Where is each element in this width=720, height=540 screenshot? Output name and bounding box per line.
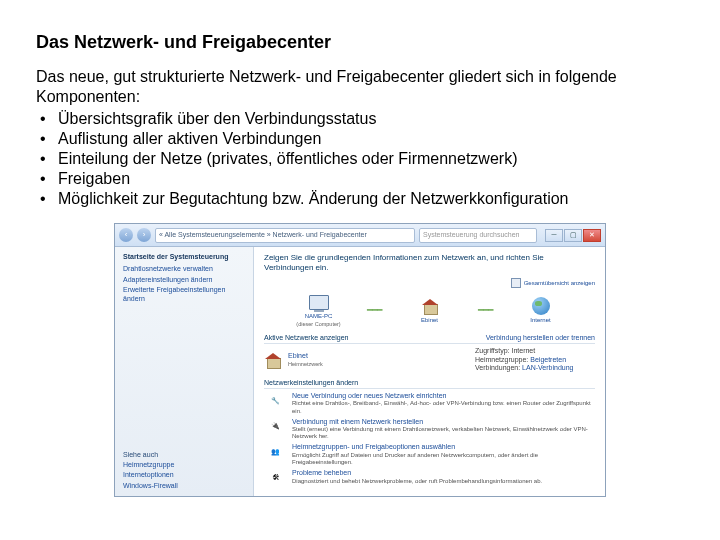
- search-input[interactable]: Systemsteuerung durchsuchen: [419, 228, 537, 243]
- connections-label: Verbindungen:: [475, 364, 520, 371]
- homegroup-label: Heimnetzgruppe:: [475, 356, 528, 363]
- map-icon: [511, 278, 521, 288]
- active-networks-header: Aktive Netzwerke anzeigenVerbindung hers…: [264, 334, 595, 344]
- network-map: NAME-PC (dieser Computer) ━━━ Ebinet ━━━…: [264, 292, 595, 328]
- pc-name: NAME-PC: [305, 313, 333, 320]
- main-content: Zeigen Sie die grundlegenden Information…: [254, 247, 605, 496]
- see-also-link[interactable]: Windows-Firewall: [123, 482, 245, 490]
- see-also-link[interactable]: Heimnetzgruppe: [123, 461, 245, 469]
- homegroup-icon: 👥: [264, 443, 286, 461]
- access-label: Zugriffstyp:: [475, 347, 510, 354]
- active-net-type: Heimnetzwerk: [288, 361, 469, 368]
- sidebar: Startseite der Systemsteuerung Drahtlosn…: [115, 247, 254, 496]
- setup-icon: 🔧: [264, 392, 286, 410]
- bullet-item: Übersichtsgrafik über den Verbindungssta…: [36, 109, 684, 129]
- globe-icon: [532, 297, 550, 315]
- cfg-link[interactable]: Probleme beheben: [292, 469, 351, 476]
- cfg-desc: Stellt (erneut) eine Verbindung mit eine…: [292, 426, 595, 440]
- back-button[interactable]: ‹: [119, 228, 133, 242]
- cfg-link[interactable]: Neue Verbindung oder neues Netzwerk einr…: [292, 392, 447, 399]
- cfg-link[interactable]: Verbindung mit einem Netzwerk herstellen: [292, 418, 423, 425]
- access-value: Internet: [511, 347, 535, 354]
- troubleshoot-icon: 🛠: [264, 469, 286, 487]
- bullet-item: Möglichkeit zur Begutachtung bzw. Änderu…: [36, 189, 684, 209]
- cfg-desc: Ermöglicht Zugriff auf Dateien und Druck…: [292, 452, 595, 466]
- computer-icon: [309, 295, 329, 310]
- sidebar-link[interactable]: Drahtlosnetzwerke verwalten: [123, 265, 245, 273]
- sidebar-header: Startseite der Systemsteuerung: [123, 253, 245, 261]
- page-heading: Das Netzwerk- und Freigabecenter: [36, 32, 684, 53]
- link-line: ━━━: [367, 305, 382, 316]
- intro-text: Das neue, gut strukturierte Netzwerk- un…: [36, 67, 684, 107]
- homegroup-link[interactable]: Beigetreten: [530, 356, 566, 363]
- max-button[interactable]: ▢: [564, 229, 582, 242]
- connect-link[interactable]: Verbindung herstellen oder trennen: [486, 334, 595, 342]
- cfg-link[interactable]: Heimnetzgruppen- und Freigabeoptionen au…: [292, 443, 455, 450]
- active-net-name[interactable]: Ebinet: [288, 352, 469, 360]
- bullet-item: Freigaben: [36, 169, 684, 189]
- screenshot-window: ‹ › « Alle Systemsteuerungselemente » Ne…: [114, 223, 606, 497]
- forward-button[interactable]: ›: [137, 228, 151, 242]
- window-titlebar: ‹ › « Alle Systemsteuerungselemente » Ne…: [115, 224, 605, 247]
- connect-icon: 🔌: [264, 418, 286, 436]
- map-link[interactable]: Gesamtübersicht anzeigen: [524, 280, 595, 286]
- bullet-list: Übersichtsgrafik über den Verbindungssta…: [36, 109, 684, 209]
- close-button[interactable]: ✕: [583, 229, 601, 242]
- sidebar-link[interactable]: Adaptereinstellungen ändern: [123, 276, 245, 284]
- connection-link[interactable]: LAN-Verbindung: [522, 364, 573, 371]
- link-line: ━━━: [478, 305, 493, 316]
- sidebar-link[interactable]: Erweiterte Freigabeeinstellungen ändern: [123, 286, 245, 303]
- change-settings-header: Netzwerkeinstellungen ändern: [264, 379, 595, 389]
- house-icon: [421, 299, 439, 313]
- bullet-item: Auflistung aller aktiven Verbindungen: [36, 129, 684, 149]
- see-also-link[interactable]: Internetoptionen: [123, 471, 245, 479]
- cfg-desc: Diagnostiziert und behebt Netzwerkproble…: [292, 478, 542, 485]
- cfg-desc: Richtet eine Drahtlos-, Breitband-, Einw…: [292, 400, 595, 414]
- see-also-header: Siehe auch: [123, 451, 245, 459]
- main-title: Zeigen Sie die grundlegenden Information…: [264, 253, 595, 272]
- address-bar[interactable]: « Alle Systemsteuerungselemente » Netzwe…: [155, 228, 415, 243]
- house-icon: [264, 353, 282, 367]
- bullet-item: Einteilung der Netze (privates, öffentli…: [36, 149, 684, 169]
- internet-label: Internet: [530, 317, 550, 324]
- min-button[interactable]: ─: [545, 229, 563, 242]
- pc-sub: (dieser Computer): [296, 321, 340, 328]
- network-name: Ebinet: [421, 317, 438, 324]
